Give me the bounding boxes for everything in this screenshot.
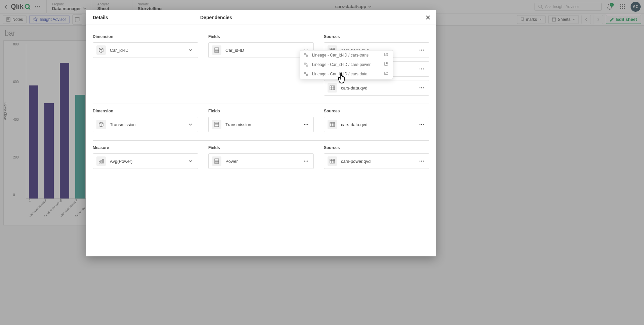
- more-button[interactable]: [418, 65, 426, 73]
- dep-label-measure: Measure: [93, 145, 198, 150]
- svg-rect-84: [306, 56, 308, 57]
- dependency-row: Dimension Transmission Fields Transmissi…: [93, 104, 429, 141]
- field-value: Car_id-ID: [225, 48, 302, 53]
- dep-col-sources: Sources cars-data.qvd: [324, 109, 429, 136]
- svg-rect-66: [99, 161, 100, 163]
- table-icon: [328, 83, 337, 93]
- modal-header: Details Dependencies: [86, 10, 436, 25]
- external-link-icon: [384, 71, 389, 77]
- dep-label-fields: Fields: [208, 34, 314, 39]
- source-item[interactable]: cars-data.qvd: [324, 117, 429, 132]
- external-link-icon: [384, 62, 389, 67]
- dep-label-sources: Sources: [324, 109, 429, 113]
- dimension-item[interactable]: Car_id-ID: [93, 42, 198, 58]
- more-button[interactable]: [418, 84, 426, 92]
- dep-col-fields: Fields Car_id-ID: [208, 34, 314, 99]
- table-icon: [328, 120, 337, 129]
- svg-point-36: [421, 50, 422, 51]
- lineage-icon: [303, 62, 309, 67]
- lineage-text: Lineage - Car_id-ID / cars-data: [312, 72, 381, 76]
- svg-point-65: [423, 124, 424, 125]
- more-button[interactable]: [418, 157, 426, 165]
- source-value: cars-data.qvd: [341, 122, 418, 127]
- dimension-value: Car_id-ID: [110, 48, 186, 53]
- lineage-item[interactable]: Lineage - Car_id-ID / cars-trans: [300, 50, 393, 60]
- dep-label-sources: Sources: [324, 145, 429, 150]
- svg-point-73: [304, 161, 305, 162]
- dep-col-dimension: Dimension Car_id-ID: [93, 34, 198, 99]
- chevron-down-icon[interactable]: [186, 46, 195, 54]
- measure-value: Avg(Power): [110, 159, 186, 164]
- svg-point-49: [420, 87, 421, 88]
- svg-point-44: [423, 69, 424, 70]
- lineage-popup: Lineage - Car_id-ID / cars-trans Lineage…: [300, 50, 393, 79]
- svg-rect-87: [304, 63, 306, 64]
- source-value: cars-data.qvd: [341, 85, 418, 91]
- more-button[interactable]: [302, 120, 310, 129]
- svg-point-57: [306, 124, 307, 125]
- cube-icon: [96, 45, 106, 55]
- cube-icon: [96, 120, 106, 129]
- external-link-icon: [384, 52, 389, 58]
- dep-col-sources: Sources cars-power.qvd: [324, 145, 429, 172]
- source-value: cars-power.qvd: [341, 159, 418, 164]
- more-button[interactable]: [418, 46, 426, 54]
- svg-rect-67: [101, 160, 102, 163]
- lineage-item[interactable]: Lineage - Car_id-ID / cars-data: [300, 69, 393, 79]
- svg-rect-88: [306, 65, 308, 66]
- dep-label-dimension: Dimension: [93, 109, 198, 113]
- lineage-text: Lineage - Car_id-ID / cars-power: [312, 62, 381, 67]
- field-icon: [212, 120, 221, 129]
- lineage-item[interactable]: Lineage - Car_id-ID / cars-power: [300, 60, 393, 69]
- svg-point-63: [420, 124, 421, 125]
- source-item[interactable]: cars-power.qvd: [324, 153, 429, 169]
- svg-rect-45: [330, 86, 335, 90]
- field-item[interactable]: Transmission: [208, 117, 314, 132]
- close-button[interactable]: [423, 13, 433, 22]
- field-icon: [212, 45, 221, 55]
- lineage-text: Lineage - Car_id-ID / cars-trans: [312, 53, 381, 58]
- svg-point-56: [304, 124, 305, 125]
- more-button[interactable]: [418, 120, 426, 129]
- field-value: Transmission: [225, 122, 302, 127]
- lineage-icon: [303, 52, 309, 58]
- svg-rect-91: [304, 72, 306, 74]
- dep-label-fields: Fields: [208, 109, 314, 113]
- source-item[interactable]: cars-data.qvd: [324, 80, 429, 96]
- dependency-row: Measure Avg(Power) Fields Power Sources: [93, 141, 429, 177]
- svg-point-81: [421, 161, 422, 162]
- modal-title-dependencies: Dependencies: [200, 15, 232, 20]
- svg-point-75: [307, 161, 308, 162]
- svg-rect-83: [304, 53, 306, 55]
- svg-point-80: [420, 161, 421, 162]
- measure-icon: [96, 156, 106, 166]
- dep-col-fields: Fields Power: [208, 145, 314, 172]
- dep-col-fields: Fields Transmission: [208, 109, 314, 136]
- chevron-down-icon[interactable]: [186, 120, 195, 129]
- svg-point-35: [420, 50, 421, 51]
- svg-rect-59: [330, 122, 335, 127]
- svg-point-51: [423, 87, 424, 88]
- field-item[interactable]: Car_id-ID: [208, 42, 314, 58]
- field-value: Power: [225, 159, 302, 164]
- svg-point-42: [420, 69, 421, 70]
- dimension-value: Transmission: [110, 122, 186, 127]
- field-icon: [212, 156, 221, 166]
- close-icon: [426, 15, 430, 20]
- dep-label-sources: Sources: [324, 34, 429, 39]
- measure-item[interactable]: Avg(Power): [93, 153, 198, 169]
- dep-col-measure: Measure Avg(Power): [93, 145, 198, 172]
- field-item[interactable]: Power: [208, 153, 314, 169]
- svg-point-64: [421, 124, 422, 125]
- dep-label-dimension: Dimension: [93, 34, 198, 39]
- dimension-item[interactable]: Transmission: [93, 117, 198, 132]
- table-icon: [328, 156, 337, 166]
- chevron-down-icon[interactable]: [186, 157, 195, 165]
- modal-title-details: Details: [86, 15, 200, 20]
- svg-rect-68: [102, 159, 103, 163]
- dep-col-dimension: Dimension Transmission: [93, 109, 198, 136]
- svg-point-50: [421, 87, 422, 88]
- svg-point-37: [423, 50, 424, 51]
- svg-rect-76: [330, 159, 335, 163]
- more-button[interactable]: [302, 157, 310, 165]
